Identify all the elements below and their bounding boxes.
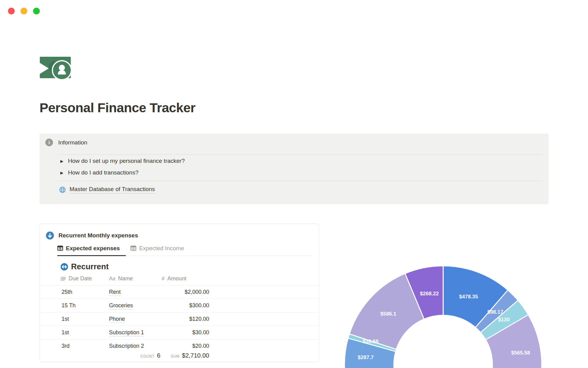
- table-row: 15 Th Groceries $300.00: [40, 299, 319, 312]
- globe-icon: [59, 186, 66, 194]
- chart-segment-label: $565.58: [511, 350, 530, 356]
- column-header-due-date[interactable]: Due Date: [61, 275, 92, 282]
- due-date-cell[interactable]: 1st: [62, 316, 69, 322]
- chart-segment-label: $98.17: [487, 309, 503, 315]
- toggle-setup-question[interactable]: ▶ How do I set up my personal finance tr…: [60, 158, 185, 164]
- chart-segment-label: $287.7: [358, 355, 374, 360]
- tab-expected-income[interactable]: Expected Income: [130, 243, 184, 255]
- window-zoom-button[interactable]: [33, 8, 40, 14]
- name-cell[interactable]: Groceries: [109, 302, 133, 309]
- window-minimize-button[interactable]: [21, 8, 27, 14]
- dollar-banknote-icon: [40, 56, 73, 81]
- chart-segment-label: $120: [498, 317, 510, 323]
- master-database-link[interactable]: Master Database of Transactions: [59, 186, 155, 194]
- info-icon: i: [45, 139, 53, 146]
- view-tabs: Expected expenses Expected Income: [57, 243, 313, 256]
- left-right-arrow-circle-icon: [61, 263, 68, 270]
- text-type-icon: Aa: [109, 276, 115, 282]
- window-close-button[interactable]: [8, 8, 15, 14]
- active-tab-underline: [57, 255, 126, 256]
- down-arrow-circle-icon: [46, 232, 54, 240]
- amount-cell[interactable]: $20.00: [162, 343, 209, 349]
- master-database-link-label: Master Database of Transactions: [70, 186, 155, 194]
- toggle-add-transactions-question[interactable]: ▶ How do I add transactions?: [60, 169, 138, 176]
- table-footer: COUNT 6 SUM $2,710.00: [40, 349, 319, 362]
- section-title: Recurrent: [71, 262, 109, 271]
- count-aggregate[interactable]: COUNT 6: [141, 352, 160, 359]
- chart-segment-label: $478.35: [459, 294, 478, 300]
- recurrent-expenses-card: Recurrent Monthly expenses Expected expe…: [40, 224, 319, 362]
- card-title: Recurrent Monthly expenses: [58, 232, 138, 239]
- page-icon[interactable]: [40, 56, 73, 81]
- column-header-amount[interactable]: # Amount: [162, 275, 187, 282]
- due-date-cell[interactable]: 15 Th: [62, 302, 76, 309]
- amount-cell[interactable]: $120.00: [162, 316, 209, 322]
- chart-segment-label: $268.22: [420, 291, 439, 297]
- due-date-cell[interactable]: 1st: [62, 329, 69, 336]
- table-row: 25th Rent $2,000.00: [40, 286, 319, 299]
- toggle-triangle-icon: ▶: [60, 171, 64, 175]
- table-view-icon: [57, 246, 63, 251]
- donut-chart: $478.35$98.17$120$565.58$287.7$30.68$586…: [337, 261, 557, 368]
- sum-aggregate[interactable]: SUM $2,710.00: [171, 352, 209, 359]
- amount-cell[interactable]: $2,000.00: [162, 289, 209, 295]
- divider: [58, 181, 542, 181]
- due-date-cell[interactable]: 3rd: [62, 343, 70, 349]
- information-callout: i Information ▶ How do I set up my perso…: [40, 134, 548, 204]
- toggle-triangle-icon: ▶: [60, 159, 64, 163]
- name-cell[interactable]: Subscription 2: [109, 343, 144, 350]
- column-header-name[interactable]: Aa Name: [109, 275, 133, 282]
- list-icon: [61, 277, 66, 281]
- chart-segment-label: $30.68: [363, 339, 379, 344]
- due-date-cell[interactable]: 25th: [62, 289, 72, 295]
- divider: [58, 154, 542, 155]
- table-view-icon: [130, 246, 136, 251]
- table-row: 1st Subscription 1 $30.00: [40, 326, 319, 339]
- number-type-icon: #: [162, 276, 164, 282]
- chart-segment-label: $586.1: [380, 311, 396, 317]
- name-cell[interactable]: Subscription 1: [109, 329, 144, 336]
- amount-cell[interactable]: $30.00: [162, 329, 209, 336]
- table-row: 1st Phone $120.00: [40, 312, 319, 326]
- table-column-headers: Due Date Aa Name # Amount: [40, 275, 319, 286]
- amount-cell[interactable]: $300.00: [162, 302, 209, 309]
- callout-title: Information: [58, 139, 87, 146]
- tab-expected-expenses[interactable]: Expected expenses: [57, 243, 120, 255]
- name-cell[interactable]: Phone: [109, 316, 125, 323]
- name-cell[interactable]: Rent: [109, 289, 121, 296]
- page-title: Personal Finance Tracker: [40, 100, 195, 115]
